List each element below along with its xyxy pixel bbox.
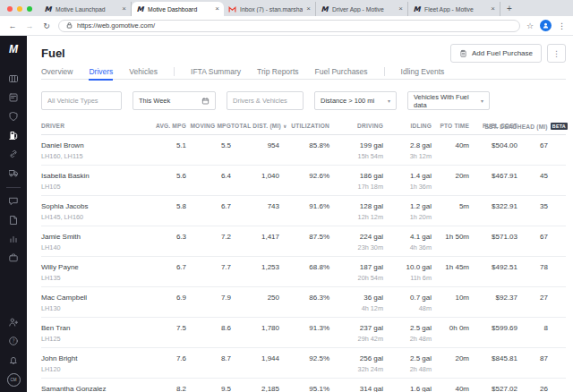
driver-name[interactable]: Sophia Jacobs (41, 202, 147, 210)
sidebar-item-truck[interactable] (0, 164, 27, 183)
column-header-avg-mpg[interactable]: AVG. MPG (147, 123, 186, 130)
more-options-button[interactable]: ⋮ (547, 44, 566, 63)
vehicle-types-input[interactable] (47, 97, 115, 105)
table-row[interactable]: Ben Tran LH125 7.5 8.6 1,780 91.3% 237 g… (41, 318, 566, 348)
nav-divider (384, 67, 385, 76)
drivers-vehicles-input[interactable] (233, 97, 297, 105)
table-row[interactable]: Mac Campbell LH130 6.9 7.9 250 86.3% 36 … (41, 287, 566, 318)
tab-close-icon[interactable]: × (398, 5, 403, 13)
add-fuel-purchase-button[interactable]: Add Fuel Purchase (450, 44, 542, 63)
table-row[interactable]: John Bright LH120 7.6 8.7 1,944 92.5% 25… (41, 348, 566, 379)
idling-cell: 1.6 gal (383, 385, 432, 392)
browser-menu-icon[interactable]: ⋮ (558, 21, 566, 30)
utilization-cell: 68.8% (279, 263, 329, 286)
driver-name[interactable]: Jamie Smith (41, 233, 147, 241)
driver-name[interactable]: Samantha Gonzalez (41, 385, 147, 392)
table-row[interactable]: Samantha Gonzalez 8.2 9.5 2,185 95.1% 31… (41, 379, 566, 392)
drivers-vehicles-filter[interactable] (227, 91, 304, 110)
forward-icon[interactable]: → (24, 21, 35, 30)
fuel-data-filter[interactable]: Vehicles With Fuel data ▾ (407, 91, 490, 110)
sidebar-item-link[interactable] (0, 145, 27, 164)
user-avatar[interactable]: CM (7, 373, 21, 387)
address-bar[interactable]: https://web.gomotive.com/ (58, 20, 520, 32)
sidebar-item-fleet-list[interactable] (0, 89, 27, 107)
tab-title: Motive Dashboard (148, 6, 211, 13)
tab-close-icon[interactable]: × (306, 5, 311, 13)
column-header-idling[interactable]: IDLING (383, 123, 432, 130)
sidebar-item-toolbox[interactable] (0, 249, 27, 268)
browser-tab[interactable]: M Driver App - Motive × (316, 2, 408, 16)
back-icon[interactable]: ← (7, 21, 18, 30)
tab-overview[interactable]: Overview (41, 64, 73, 80)
column-header-driving[interactable]: DRIVING (329, 123, 383, 130)
tab-close-icon[interactable]: × (122, 5, 126, 13)
reload-icon[interactable]: ↻ (41, 21, 52, 30)
nav-divider (174, 67, 175, 76)
date-range-filter[interactable]: This Week (133, 91, 216, 110)
column-header-total-dist-mi[interactable]: TOTAL DIST. (MI)∨ (231, 123, 279, 130)
driver-name[interactable]: Daniel Brown (41, 141, 147, 149)
table-row[interactable]: Jamie Smith LH140 6.3 7.2 1,417 87.5% 22… (41, 226, 566, 257)
tab-idling-events[interactable]: Idling Events (401, 64, 445, 80)
driver-name[interactable]: Mac Campbell (41, 294, 147, 302)
fuel-cost-cell: $571.03 (469, 233, 517, 256)
browser-toolbar: ← → ↻ https://web.gomotive.com/ ☆ ⋮ (0, 16, 573, 36)
driving-cell: 187 gal20h 54m (329, 263, 383, 286)
browser-tab[interactable]: Inbox (7) - stan.marshal@trucki × (224, 2, 316, 16)
sidebar-item-dashboard[interactable] (0, 70, 27, 89)
sidebar-item-fuel-pump[interactable] (0, 126, 27, 145)
browser-tab[interactable]: M Motive Dashboard × (132, 2, 224, 16)
tab-trip-reports[interactable]: Trip Reports (257, 64, 298, 80)
driver-name[interactable]: John Bright (41, 354, 147, 362)
truck-icon (8, 166, 19, 182)
sidebar-item-reports-chart[interactable] (0, 230, 27, 249)
tab-close-icon[interactable]: × (491, 5, 495, 13)
tab-vehicles[interactable]: Vehicles (129, 64, 158, 80)
pto-time-cell: 1h 50m (432, 233, 469, 256)
sidebar-item-help[interactable]: ? (0, 332, 27, 351)
close-window-button[interactable] (7, 6, 13, 12)
pto-time-cell: 0h 0m (432, 324, 469, 347)
fuel-cost-cell: $845.81 (469, 354, 517, 378)
browser-tab[interactable]: M Motive Launchpad × (39, 2, 132, 16)
sidebar-item-invite-user[interactable] (0, 313, 27, 332)
motive-logo[interactable]: M (9, 43, 18, 55)
fuel-cost-cell: $492.51 (469, 263, 517, 286)
column-header-utilization[interactable]: UTILIZATION (279, 123, 329, 130)
table-row[interactable]: Daniel Brown LH160, LH115 5.1 5.5 954 85… (41, 135, 566, 166)
browser-tab[interactable]: M Fleet App - Motive × (408, 2, 500, 16)
new-tab-button[interactable]: + (500, 4, 518, 16)
table-row[interactable]: Sophia Jacobs LH145, LH160 5.8 6.7 743 9… (41, 196, 566, 226)
bookmark-star-icon[interactable]: ☆ (526, 21, 534, 30)
browser-profile-avatar[interactable] (540, 20, 552, 31)
deadhead-cell: 87 (517, 354, 568, 378)
tab-ifta-summary[interactable]: IFTA Summary (191, 64, 241, 80)
driving-cell: 36 gal4h 12m (329, 294, 383, 317)
total-dist-cell: 1,780 (231, 324, 279, 347)
total-dist-cell: 1,417 (231, 233, 279, 256)
minimize-window-button[interactable] (17, 6, 22, 12)
driver-name[interactable]: Willy Payne (41, 263, 147, 271)
tab-close-icon[interactable]: × (215, 5, 219, 13)
table-row[interactable]: Isabella Baskin LH105 5.6 6.4 1,040 92.6… (41, 166, 566, 196)
distance-filter[interactable]: Distance > 100 mi ▾ (314, 91, 397, 110)
total-dist-cell: 954 (231, 141, 279, 165)
vehicle-types-filter[interactable] (41, 91, 122, 110)
sidebar-item-document[interactable] (0, 211, 27, 230)
sidebar-item-safety-shield[interactable] (0, 107, 27, 126)
driver-name[interactable]: Ben Tran (41, 324, 147, 332)
table-row[interactable]: Willy Payne LH135 6.7 7.7 1,253 68.8% 18… (41, 257, 566, 287)
column-header-moving-mpg[interactable]: MOVING MPG (186, 123, 231, 130)
tab-drivers[interactable]: Drivers (89, 64, 113, 80)
driver-name[interactable]: Isabella Baskin (41, 172, 147, 180)
tab-fuel-purchases[interactable]: Fuel Purchases (315, 64, 368, 80)
column-header-pto-time[interactable]: PTO TIME (432, 123, 469, 130)
sidebar-item-messages[interactable] (0, 192, 27, 211)
idling-cell: 10.0 gal11h 6m (383, 263, 432, 286)
fuel-cost-cell: $527.02 (469, 385, 517, 392)
document-icon (8, 213, 19, 229)
sidebar-item-notification-bell[interactable] (0, 351, 27, 370)
column-header-driver[interactable]: DRIVER (41, 123, 147, 130)
zoom-window-button[interactable] (27, 6, 32, 12)
column-header-est-deadhead-mi[interactable]: EST. DEADHEAD (MI)BETA (517, 123, 568, 130)
